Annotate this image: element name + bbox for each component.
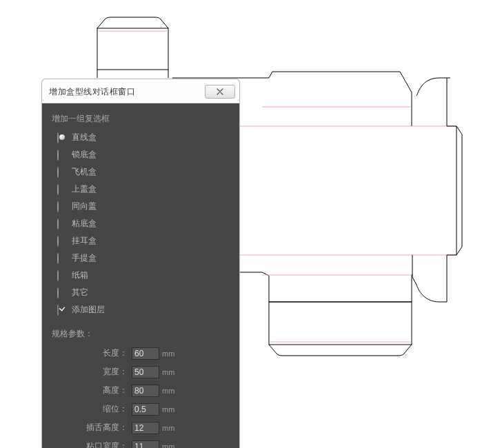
radio-icon xyxy=(57,132,59,143)
param-input[interactable] xyxy=(132,403,159,416)
param-row: 宽度：mm xyxy=(52,363,230,381)
param-row: 粘口宽度：mm xyxy=(52,437,230,448)
box-type-option[interactable]: 锁底盒 xyxy=(57,146,230,163)
option-label: 其它 xyxy=(72,287,88,298)
unit-label: mm xyxy=(162,405,174,414)
add-box-dieline-dialog: 增加盒型线对话框窗口 增加一组复选框 直线盒锁底盒飞机盒上盖盒同向盖粘底盒挂耳盒… xyxy=(41,79,240,448)
params-label: 规格参数： xyxy=(52,328,230,340)
svg-rect-14 xyxy=(269,302,412,345)
param-input[interactable] xyxy=(132,440,159,449)
option-label: 挂耳盒 xyxy=(72,235,97,247)
option-label: 纸箱 xyxy=(72,269,88,281)
add-layer-checkbox[interactable]: 添加图层 xyxy=(57,301,230,318)
radio-icon xyxy=(57,150,59,161)
box-type-option[interactable]: 其它 xyxy=(57,284,230,301)
top-tuck-panel xyxy=(97,28,168,70)
param-input[interactable] xyxy=(132,347,159,360)
dialog-titlebar[interactable]: 增加盒型线对话框窗口 xyxy=(42,79,239,103)
close-icon xyxy=(214,88,225,95)
unit-label: mm xyxy=(162,442,174,449)
radio-icon xyxy=(57,270,59,281)
box-type-option[interactable]: 同向盖 xyxy=(57,198,230,215)
unit-label: mm xyxy=(162,424,174,432)
dialog-body: 增加一组复选框 直线盒锁底盒飞机盒上盖盒同向盖粘底盒挂耳盒手提盒纸箱其它添加图层… xyxy=(42,103,239,448)
box-type-radio-group: 直线盒锁底盒飞机盒上盖盒同向盖粘底盒挂耳盒手提盒纸箱其它添加图层 xyxy=(52,129,230,318)
radio-icon xyxy=(57,218,59,230)
params-section: 规格参数： 长度：mm宽度：mm高度：mm缩位：mm插舌高度：mm粘口宽度：mm xyxy=(52,328,230,448)
box-type-option[interactable]: 直线盒 xyxy=(57,129,230,146)
param-row: 缩位：mm xyxy=(52,400,230,418)
param-input[interactable] xyxy=(132,366,159,378)
box-type-option[interactable]: 上盖盒 xyxy=(57,181,230,198)
param-input[interactable] xyxy=(132,422,159,434)
unit-label: mm xyxy=(162,387,174,395)
option-label: 手提盒 xyxy=(72,252,97,264)
option-label: 粘底盒 xyxy=(72,218,97,230)
box-type-option[interactable]: 飞机盒 xyxy=(57,163,230,181)
radio-icon xyxy=(57,201,59,212)
radio-icon xyxy=(57,167,59,178)
param-label: 高度： xyxy=(52,385,132,396)
unit-label: mm xyxy=(162,368,174,376)
unit-label: mm xyxy=(162,349,174,358)
radio-icon xyxy=(57,236,59,247)
option-label: 飞机盒 xyxy=(72,166,97,178)
param-label: 插舌高度： xyxy=(52,422,132,434)
param-label: 长度： xyxy=(52,347,132,359)
param-label: 粘口宽度： xyxy=(52,440,132,448)
param-row: 插舌高度：mm xyxy=(52,418,230,437)
dialog-title: 增加盒型线对话框窗口 xyxy=(49,86,135,98)
box-type-option[interactable]: 粘底盒 xyxy=(57,215,230,232)
option-label: 上盖盒 xyxy=(72,183,97,195)
radio-icon xyxy=(57,253,59,264)
param-label: 缩位： xyxy=(52,403,132,415)
param-row: 高度：mm xyxy=(52,381,230,400)
param-label: 宽度： xyxy=(52,366,132,378)
checkbox-icon xyxy=(57,305,59,316)
param-row: 长度：mm xyxy=(52,344,230,363)
radio-icon xyxy=(57,287,59,298)
box-type-option[interactable]: 挂耳盒 xyxy=(57,232,230,250)
radio-icon xyxy=(57,184,59,195)
close-button[interactable] xyxy=(205,85,235,99)
checkbox-label: 添加图层 xyxy=(72,304,105,316)
option-label: 同向盖 xyxy=(72,201,97,212)
option-label: 直线盒 xyxy=(72,132,97,143)
option-label: 锁底盒 xyxy=(72,149,97,161)
radio-group-label: 增加一组复选框 xyxy=(52,113,230,125)
box-type-option[interactable]: 纸箱 xyxy=(57,267,230,284)
box-type-option[interactable]: 手提盒 xyxy=(57,250,230,267)
param-input[interactable] xyxy=(132,385,159,397)
